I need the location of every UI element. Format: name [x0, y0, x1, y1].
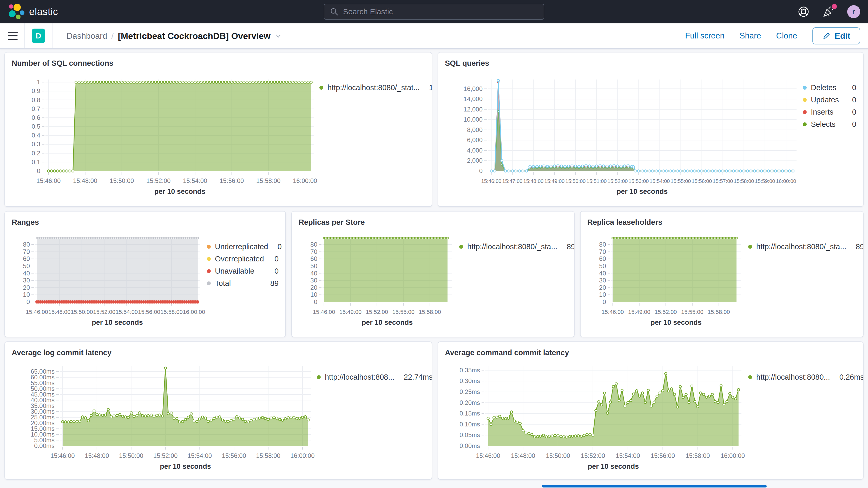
search-placeholder: Search Elastic — [343, 7, 393, 16]
svg-text:15:48:00: 15:48:00 — [85, 452, 109, 459]
legend-dot — [803, 110, 807, 114]
legend-value: 0 — [847, 108, 856, 116]
panel-title[interactable]: Number of SQL connections — [5, 53, 432, 70]
legend-item[interactable]: Overreplicated0 — [206, 253, 279, 265]
svg-text:15:49:00: 15:49:00 — [339, 309, 362, 315]
full-screen-button[interactable]: Full screen — [685, 31, 724, 40]
svg-text:0.20ms: 0.20ms — [460, 399, 480, 406]
replica-leaseholders-chart[interactable]: 0102030405060708015:46:0015:49:0015:52:0… — [582, 229, 748, 335]
legend-label: Selects — [811, 120, 836, 129]
user-avatar[interactable]: r — [847, 5, 860, 18]
chart-legend: http://localhost:8080/_stat...1 — [319, 70, 426, 204]
legend-item[interactable]: Updates0 — [802, 94, 857, 106]
legend-item[interactable]: Underreplicated0 — [206, 241, 279, 253]
svg-text:per 10 seconds: per 10 seconds — [154, 188, 206, 195]
edit-button[interactable]: Edit — [812, 27, 860, 44]
chart-legend: Underreplicated0Overreplicated0Unavailab… — [206, 229, 279, 335]
legend-value: 22.74ms — [399, 373, 432, 382]
space-badge[interactable]: D — [32, 29, 45, 43]
chart-legend: Deletes0Updates0Inserts0Selects0 — [802, 70, 857, 204]
divider — [52, 23, 53, 48]
legend-value: 89 — [265, 279, 279, 288]
panel-title[interactable]: Replica leaseholders — [581, 212, 863, 229]
legend-item[interactable]: Total89 — [206, 277, 279, 289]
svg-text:15:54:00: 15:54:00 — [188, 452, 212, 459]
search-input[interactable]: Search Elastic — [324, 4, 544, 20]
legend-item[interactable]: Selects0 — [802, 118, 857, 130]
panel-title[interactable]: Ranges — [5, 212, 285, 229]
svg-text:15:46:00: 15:46:00 — [476, 452, 500, 459]
svg-text:80: 80 — [310, 241, 317, 248]
legend-item[interactable]: http://localhost:8080/_sta...89 — [748, 241, 857, 253]
ranges-chart[interactable]: 0102030405060708015:46:0015:48:0015:50:0… — [6, 229, 206, 335]
panel-title[interactable]: Average command commit latency — [438, 342, 863, 359]
sql-queries-chart[interactable]: 02,0004,0006,0008,00010,00012,00014,0001… — [440, 70, 802, 204]
clone-button[interactable]: Clone — [776, 31, 797, 40]
legend-dot — [319, 86, 323, 90]
svg-text:60: 60 — [310, 255, 317, 262]
chart-legend: http://localhost:8080/_sta...89 — [459, 229, 568, 335]
panel-average-log-commit-latency: Average log commit latency 0.00ms5.00ms1… — [4, 341, 432, 480]
svg-text:10: 10 — [23, 291, 30, 298]
svg-text:15:55:00: 15:55:00 — [681, 309, 704, 315]
svg-text:30: 30 — [310, 277, 317, 284]
legend-item[interactable]: http://localhost:8080/_sta...89 — [459, 241, 568, 253]
whats-new-button[interactable] — [822, 5, 835, 18]
svg-text:65.00ms: 65.00ms — [31, 368, 55, 375]
legend-label: http://localhost:8080/_stat... — [328, 84, 420, 92]
legend-item[interactable]: Deletes0 — [802, 82, 857, 94]
svg-text:15:48:00: 15:48:00 — [73, 177, 97, 184]
legend-label: Deletes — [811, 84, 836, 92]
svg-text:15:52:00: 15:52:00 — [153, 452, 178, 459]
legend-item[interactable]: http://localhost:808...22.74ms — [316, 371, 426, 383]
legend-value: 0 — [847, 84, 856, 92]
dashboard-grid: Number of SQL connections 00.10.20.30.40… — [0, 49, 868, 480]
panel-title[interactable]: Replicas per Store — [292, 212, 574, 229]
svg-text:15:50:00: 15:50:00 — [110, 177, 134, 184]
breadcrumb-dashboard[interactable]: Dashboard — [66, 31, 107, 41]
svg-text:20: 20 — [23, 284, 30, 291]
help-button[interactable] — [797, 5, 810, 18]
divider — [24, 23, 25, 48]
svg-text:15:50:00: 15:50:00 — [119, 452, 143, 459]
breadcrumb-current: [Metricbeat CockroachDB] Overview — [118, 31, 271, 41]
svg-text:15:54:00: 15:54:00 — [183, 177, 207, 184]
svg-text:15:49:00: 15:49:00 — [545, 178, 565, 184]
svg-text:0.4: 0.4 — [32, 132, 40, 139]
svg-text:15:50:00: 15:50:00 — [565, 178, 586, 184]
elastic-logo[interactable]: elastic — [8, 3, 58, 20]
svg-text:15:54:00: 15:54:00 — [650, 178, 670, 184]
svg-text:15:58:00: 15:58:00 — [160, 309, 183, 315]
legend-item[interactable]: http://localhost:8080/_stat...1 — [319, 82, 426, 94]
legend-item[interactable]: http://localhost:8080...0.26ms — [748, 371, 857, 383]
svg-text:15:56:00: 15:56:00 — [692, 178, 712, 184]
menu-icon[interactable] — [8, 32, 18, 40]
svg-text:0: 0 — [27, 298, 30, 305]
svg-text:4,000: 4,000 — [467, 147, 483, 154]
panel-title[interactable]: Average log commit latency — [5, 342, 432, 359]
panel-title[interactable]: SQL queries — [438, 53, 863, 70]
replicas-per-store-chart[interactable]: 0102030405060708015:46:0015:49:0015:52:0… — [293, 229, 459, 335]
svg-text:0.00ms: 0.00ms — [460, 442, 480, 449]
legend-item[interactable]: Unavailable0 — [206, 265, 279, 277]
svg-text:15:59:00: 15:59:00 — [755, 178, 775, 184]
sql-connections-chart[interactable]: 00.10.20.30.40.50.60.70.80.9115:46:0015:… — [6, 70, 319, 204]
legend-dot — [317, 375, 321, 379]
svg-text:80: 80 — [23, 241, 30, 248]
pencil-icon — [822, 32, 831, 40]
legend-label: http://localhost:8080... — [756, 373, 830, 382]
log-commit-latency-chart[interactable]: 0.00ms5.00ms10.00ms15.00ms20.00ms25.00ms… — [6, 359, 316, 477]
svg-text:15:58:00: 15:58:00 — [734, 178, 754, 184]
chevron-down-icon[interactable] — [275, 32, 282, 39]
horizontal-scrollbar-thumb[interactable] — [542, 485, 767, 487]
svg-text:15:57:00: 15:57:00 — [713, 178, 733, 184]
svg-text:0.35ms: 0.35ms — [460, 367, 480, 374]
svg-text:40: 40 — [599, 270, 606, 277]
svg-text:0.30ms: 0.30ms — [460, 377, 480, 384]
legend-dot — [803, 86, 807, 90]
share-button[interactable]: Share — [740, 31, 761, 40]
legend-item[interactable]: Inserts0 — [802, 106, 857, 118]
command-commit-latency-chart[interactable]: 0.00ms0.05ms0.10ms0.15ms0.20ms0.25ms0.30… — [440, 359, 748, 477]
chart-legend: http://localhost:8080...0.26ms — [748, 359, 857, 477]
svg-text:0.3: 0.3 — [32, 141, 40, 148]
